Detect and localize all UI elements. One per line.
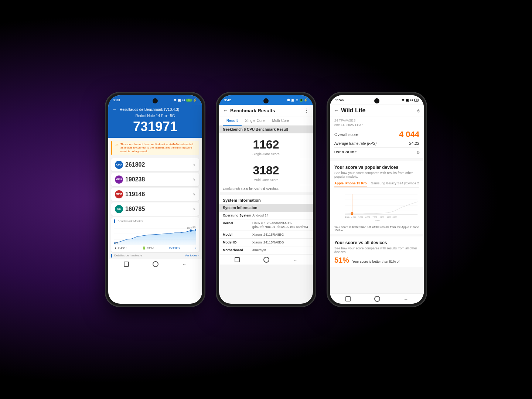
home-button[interactable] [153,261,158,267]
device-tab-iphone[interactable]: Apple iPhone 15 Pro [334,181,367,187]
kernel-val: Linux 6.1.75-android14-11-gd57efa708101-… [252,221,309,229]
back-button-3[interactable] [404,296,408,302]
home-button-3[interactable] [374,296,380,302]
back-button-2[interactable] [293,256,297,263]
details-link[interactable]: Detalles [169,246,180,250]
time-1: 9:33 [113,98,120,102]
svg-text:36.3°: 36.3° [192,226,196,228]
status-icons-1: ✱ ▣ ⊙ 🔋 ⚡ [174,98,197,102]
compare-title: Your score vs popular devices [334,165,419,170]
ux-label: UX [117,208,121,210]
gpu-score-row[interactable]: GPU 190238 ∨ [111,173,199,186]
bottom-nav-3 [330,293,424,304]
user-guide-label: USER GUIDE [334,150,357,154]
svg-text:Score: Score [375,220,380,222]
geekbench-version: Geekbench 6.3.0 for Android AArch64 [219,185,313,193]
svg-text:36.4°: 36.4° [187,227,192,229]
cpu-benchmark-header: Geekbench 6 CPU Benchmark Result [219,126,313,133]
device-tab-samsung[interactable]: Samsung Galaxy S24 (Exynos 2 [371,181,419,187]
gpu-label: GPU [116,178,122,181]
back-arrow-2[interactable]: ← [223,108,228,113]
svg-text:4 000: 4 000 [351,216,356,218]
home-button-2[interactable] [263,257,269,263]
tab-result[interactable]: Result [223,116,242,126]
os-val: Android 14 [252,214,309,217]
status-icons-3: ✱ ▣ ⊙ ▮▮ [402,98,419,102]
ux-badge: UX [115,205,123,213]
user-guide-row: USER GUIDE ⎋ [334,147,419,155]
chart-area: 36.4° 36.3° 3°C [114,225,196,245]
battery-2: ▮ [300,99,303,102]
hardware-link[interactable]: Ver todos › [185,254,199,257]
cpu-label: CPU [116,163,122,166]
bluetooth-icon-3: ✱ [402,98,405,102]
model-id-row: Model ID Xiaomi 24115RA8EG [219,239,313,246]
ux-chevron-icon: ∨ [193,207,195,211]
svg-text:7 000: 7 000 [373,216,377,218]
charging-icon: ⚡ [193,98,197,102]
antutu-device: Redmi Note 14 Pro+ 5G [113,114,198,118]
ux-score-row[interactable]: UX 160785 ∨ [111,202,199,216]
antutu-nav: ← Resultados de Benchmark (V10.4.3) [113,107,198,112]
geekbench-tabs: Result Single-Core Multi-Core [219,116,313,126]
model-key: Model [223,233,252,236]
user-guide-share-icon[interactable]: ⎋ [417,150,419,155]
cpu-score-value: 261802 [125,161,145,168]
geekbench-content: Geekbench 6 CPU Benchmark Result 1162 Si… [219,126,313,254]
kernel-row: Kernel Linux 6.1.75-android14-11-gd57efa… [219,219,313,231]
svg-text:5 000: 5 000 [358,216,363,218]
cpu-badge: CPU [115,161,123,169]
all-devices-section: Your score vs all devices See how your s… [330,236,424,267]
antutu-body: ⚠ This score has not been verified onlin… [108,138,202,259]
wifi-icon-2: ⊙ [296,98,299,102]
mem-score-row[interactable]: MEM 119146 ∨ [111,188,199,201]
gpu-badge: GPU [115,175,123,184]
recents-button[interactable] [124,262,129,267]
all-devices-percent: 51% [334,256,349,265]
cpu-chevron-icon: ∨ [193,163,195,167]
multi-core-score: 3182 [223,164,309,177]
overall-score-row: Overall score 4 044 [334,130,419,139]
recents-button-2[interactable] [235,257,240,262]
system-info-subheader: System Information [219,204,313,212]
svg-text:10 000: 10 000 [392,216,397,218]
single-core-label: Single-Core Score [223,152,309,156]
compare-note: Your score is better than 1% of the resu… [334,225,419,232]
single-core-block: 1162 Single-Core Score [219,133,313,159]
compare-subtitle: See how your score compares with results… [334,171,419,178]
details-arrow: › [195,246,196,250]
wildlife-title: Wild Life [341,107,415,114]
mem-chevron-icon: ∨ [193,192,195,196]
single-core-score: 1162 [223,138,309,151]
back-arrow-3[interactable]: ← [334,108,339,113]
score-subtitle: 24 TFAVASES [334,119,419,122]
wifi-icon: ⊙ [182,98,185,102]
recents-button-3[interactable] [345,296,351,301]
fps-value: 24.22 [409,141,419,146]
back-button[interactable] [182,261,187,267]
motherboard-key: Motherboard [223,248,252,252]
model-val: Xiaomi 24115RA8EG [252,233,309,236]
overall-score-label: Overall score [334,132,358,137]
signal-icon-2: ▣ [291,98,294,102]
temp-stat: 🌡 2,4°C↑ [114,246,127,250]
antutu-title: Resultados de Benchmark (V10.4.3) [120,108,179,112]
model-id-val: Xiaomi 24115RA8EG [252,241,309,244]
share-icon[interactable]: ⎋ [417,108,420,113]
cpu-score-row[interactable]: CPU 261802 ∨ [111,158,199,171]
tab-multi-core[interactable]: Multi-Core [268,116,293,126]
system-info-heading: System Information [219,193,313,204]
geekbench-nav: ← Benchmark Results [219,105,313,116]
warning-box: ⚠ This score has not been verified onlin… [111,141,199,155]
tab-single-core[interactable]: Single-Core [242,116,269,126]
overall-score-value: 4 044 [399,130,419,139]
more-menu-icon[interactable] [304,107,309,114]
kernel-key: Kernel [223,221,252,229]
signal-icon: ▣ [178,98,181,102]
back-arrow-icon[interactable]: ← [113,107,117,112]
os-row: Operating System Android 14 [219,212,313,219]
warning-text: This score has not been verified online.… [120,143,196,153]
bluetooth-icon-2: ✱ [287,98,290,102]
signal-icon-3: ▣ [406,98,409,102]
svg-text:9 000: 9 000 [387,216,391,218]
